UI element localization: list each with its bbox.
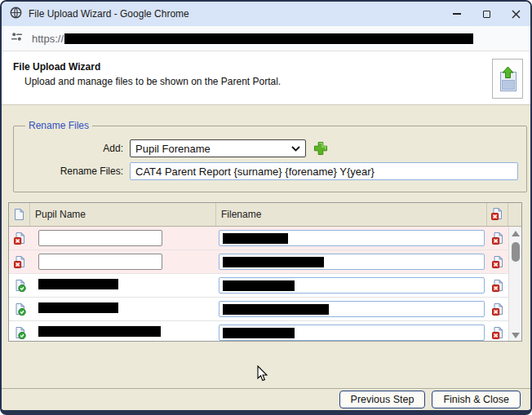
wizard-body: Rename Files Add: Pupil Forename Rename … <box>2 105 530 388</box>
browser-popup-window: File Upload Wizard - Google Chrome https… <box>0 0 532 415</box>
remove-file-button[interactable] <box>487 255 508 268</box>
table-scrollbar[interactable] <box>508 227 521 342</box>
scroll-up-arrow-icon[interactable] <box>512 231 520 236</box>
page-title: File Upload Wizard <box>13 61 530 73</box>
upload-file-icon <box>497 66 519 92</box>
site-controls-icon[interactable] <box>10 30 24 46</box>
minimize-icon <box>453 13 461 15</box>
table-row <box>9 274 521 298</box>
redaction-bar <box>38 326 161 337</box>
filename-cell <box>216 230 487 246</box>
filename-input[interactable] <box>219 254 485 270</box>
document-icon <box>13 208 25 221</box>
maximize-button[interactable] <box>472 2 501 26</box>
title-bar: File Upload Wizard - Google Chrome <box>2 2 530 26</box>
redaction-bar <box>223 257 324 267</box>
filename-input[interactable] <box>219 277 485 294</box>
table-row <box>9 321 521 342</box>
globe-icon <box>10 7 22 22</box>
add-label: Add: <box>22 143 130 154</box>
remove-all-icon <box>491 207 503 223</box>
upload-file-button[interactable] <box>492 59 523 99</box>
finish-close-button[interactable]: Finish & Close <box>432 391 521 408</box>
pupil-name-redacted <box>30 278 216 293</box>
plus-icon <box>313 141 328 156</box>
add-token-select[interactable]: Pupil Forename <box>130 139 306 157</box>
scroll-down-arrow-icon[interactable] <box>512 333 520 338</box>
remove-file-button[interactable] <box>487 302 508 316</box>
table-row <box>9 250 521 274</box>
close-icon <box>512 10 521 19</box>
header-scroll-spacer <box>508 203 521 226</box>
status-column-header <box>9 203 30 226</box>
remove-file-button[interactable] <box>487 279 508 292</box>
pupil-name-cell <box>30 230 216 246</box>
url-redaction-bar <box>64 33 473 44</box>
redaction-bar <box>223 233 288 244</box>
file-valid-icon <box>9 302 30 316</box>
files-table: Pupil Name Filename <box>8 202 522 342</box>
file-invalid-icon <box>9 255 30 268</box>
remove-file-button[interactable] <box>487 232 508 245</box>
file-invalid-icon <box>9 232 30 245</box>
page-subtitle: Upload and manage files to be shown on t… <box>24 76 530 87</box>
pupil-name-input[interactable] <box>38 254 162 270</box>
rename-files-panel: Rename Files Add: Pupil Forename Rename … <box>13 120 527 192</box>
table-row <box>9 227 521 250</box>
file-valid-icon <box>9 326 30 339</box>
wizard-footer: Previous Step Finish & Close <box>2 388 530 410</box>
address-bar[interactable]: https:// <box>2 26 530 51</box>
rename-pattern-input[interactable] <box>130 162 518 180</box>
maximize-icon <box>483 11 490 18</box>
filename-cell <box>216 301 487 317</box>
redaction-bar <box>223 328 295 338</box>
pupil-name-cell <box>30 254 216 270</box>
add-token-selected-value: Pupil Forename <box>135 143 291 155</box>
rename-files-legend: Rename Files <box>25 120 92 131</box>
redaction-bar <box>223 280 295 291</box>
file-valid-icon <box>9 279 30 292</box>
close-button[interactable] <box>501 2 530 26</box>
filename-cell <box>216 254 487 270</box>
minimize-button[interactable] <box>442 2 472 26</box>
redaction-bar <box>38 279 118 289</box>
filename-input[interactable] <box>219 301 485 317</box>
chevron-down-icon <box>291 146 300 152</box>
add-token-button[interactable] <box>313 141 328 156</box>
redaction-bar <box>223 304 329 315</box>
filename-cell <box>216 324 487 341</box>
files-table-body <box>9 227 521 342</box>
filename-column-header[interactable]: Filename <box>216 203 487 226</box>
pupil-name-redacted <box>30 325 216 340</box>
wizard-header: File Upload Wizard Upload and manage fil… <box>2 51 530 105</box>
files-table-header: Pupil Name Filename <box>9 203 521 227</box>
rename-files-label: Rename Files: <box>22 166 130 177</box>
url-protocol: https:// <box>32 33 64 45</box>
scrollbar-thumb[interactable] <box>512 242 520 262</box>
filename-input[interactable] <box>219 324 485 341</box>
filename-cell <box>216 277 487 294</box>
previous-step-button[interactable]: Previous Step <box>339 391 426 408</box>
pupil-name-column-header[interactable]: Pupil Name <box>30 203 216 226</box>
remove-all-files-button[interactable] <box>487 203 508 226</box>
pupil-name-redacted <box>30 302 216 316</box>
remove-file-button[interactable] <box>487 326 508 339</box>
pupil-name-input[interactable] <box>38 230 162 246</box>
redaction-bar <box>38 302 118 313</box>
window-title: File Upload Wizard - Google Chrome <box>29 8 442 20</box>
table-row <box>9 298 521 321</box>
filename-input[interactable] <box>219 230 485 246</box>
